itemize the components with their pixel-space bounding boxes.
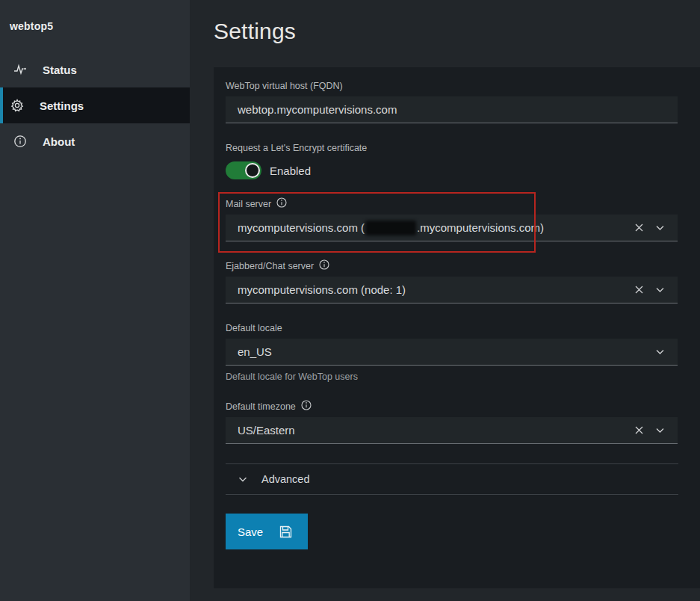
chat-server-select[interactable]: mycomputervisions.com (node: 1) xyxy=(226,277,678,303)
sidebar-nav: Status Settings About xyxy=(0,52,190,159)
settings-form-panel: WebTop virtual host (FQDN) webtop.mycomp… xyxy=(214,67,700,588)
toggle-knob xyxy=(245,163,260,178)
mail-server-group: Mail server mycomputervisions.com (.myco… xyxy=(226,199,678,241)
clear-icon[interactable] xyxy=(634,425,645,436)
default-locale-label: Default locale xyxy=(226,323,678,333)
sidebar-item-label: Status xyxy=(43,64,77,76)
default-timezone-label: Default timezone xyxy=(226,401,678,412)
lets-encrypt-toggle[interactable] xyxy=(226,161,261,179)
mail-server-value: mycomputervisions.com (.mycomputervision… xyxy=(238,221,544,235)
divider xyxy=(226,494,678,495)
default-locale-group: Default locale en_US Default locale for … xyxy=(226,323,678,382)
sidebar-item-label: Settings xyxy=(40,99,84,112)
chat-server-value: mycomputervisions.com (node: 1) xyxy=(238,283,406,296)
page-title: Settings xyxy=(214,19,700,44)
chevron-down-icon[interactable] xyxy=(654,222,666,233)
advanced-toggle[interactable]: Advanced xyxy=(226,464,678,494)
info-icon[interactable] xyxy=(319,259,329,270)
info-icon[interactable] xyxy=(276,197,287,208)
chevron-down-icon[interactable] xyxy=(654,425,666,436)
sidebar-item-settings[interactable]: Settings xyxy=(0,87,190,123)
app-title: webtop5 xyxy=(0,0,190,32)
virtual-host-label: WebTop virtual host (FQDN) xyxy=(226,81,678,91)
sidebar: webtop5 Status Settings xyxy=(0,0,190,601)
pulse-icon xyxy=(13,63,27,76)
default-locale-select[interactable]: en_US xyxy=(226,339,678,366)
lets-encrypt-group: Request a Let's Encrypt certificate Enab… xyxy=(226,143,678,179)
virtual-host-group: WebTop virtual host (FQDN) webtop.mycomp… xyxy=(226,81,678,123)
main-content: Settings WebTop virtual host (FQDN) webt… xyxy=(190,0,700,601)
chevron-down-icon[interactable] xyxy=(654,346,666,357)
sidebar-item-about[interactable]: About xyxy=(0,123,190,159)
gear-icon xyxy=(10,99,24,112)
lets-encrypt-state: Enabled xyxy=(270,164,311,177)
sidebar-item-label: About xyxy=(43,135,75,148)
save-button-label: Save xyxy=(238,526,263,538)
mail-server-label: Mail server xyxy=(226,199,678,209)
default-timezone-value: US/Eastern xyxy=(238,424,295,437)
virtual-host-value: webtop.mycomputervisions.com xyxy=(238,103,397,116)
mail-server-select[interactable]: mycomputervisions.com (.mycomputervision… xyxy=(226,215,678,241)
default-timezone-group: Default timezone US/Eastern xyxy=(226,401,678,444)
redacted-text xyxy=(365,221,416,235)
lets-encrypt-label: Request a Let's Encrypt certificate xyxy=(226,143,678,153)
advanced-label: Advanced xyxy=(261,473,310,485)
save-button[interactable]: Save xyxy=(226,514,308,549)
chevron-down-icon xyxy=(238,474,248,484)
chat-server-group: Ejabberd/Chat server mycomputervisions.c… xyxy=(226,261,678,303)
chevron-down-icon[interactable] xyxy=(654,284,666,295)
clear-icon[interactable] xyxy=(634,222,645,233)
default-locale-helper: Default locale for WebTop users xyxy=(226,372,678,382)
save-floppy-icon xyxy=(279,525,293,539)
clear-icon[interactable] xyxy=(634,284,645,295)
chat-server-label: Ejabberd/Chat server xyxy=(226,261,678,271)
default-locale-value: en_US xyxy=(238,345,272,358)
info-icon[interactable] xyxy=(301,400,312,410)
virtual-host-input[interactable]: webtop.mycomputervisions.com xyxy=(226,96,678,123)
default-timezone-select[interactable]: US/Eastern xyxy=(226,417,678,444)
info-icon xyxy=(13,135,27,148)
sidebar-item-status[interactable]: Status xyxy=(0,52,190,87)
